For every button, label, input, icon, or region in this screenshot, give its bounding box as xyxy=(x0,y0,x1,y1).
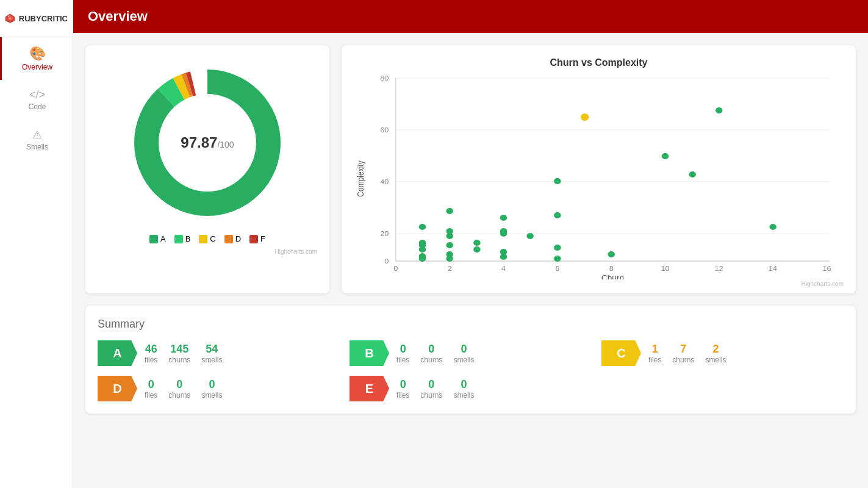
c-smells-value: 2 xyxy=(712,343,719,356)
a-smells-label: smells xyxy=(201,356,222,364)
svg-point-33 xyxy=(419,224,426,230)
b-smells-value: 0 xyxy=(461,343,467,356)
b-smells-label: smells xyxy=(453,356,474,364)
svg-point-59 xyxy=(662,153,669,159)
code-label: Code xyxy=(29,102,46,111)
legend-d: D xyxy=(224,234,241,243)
sidebar-item-code[interactable]: </> Code xyxy=(0,80,73,120)
svg-point-51 xyxy=(500,254,507,260)
scatter-card: Churn vs Complexity 80 60 xyxy=(342,45,856,293)
svg-text:16: 16 xyxy=(822,265,831,273)
a-churns-value: 145 xyxy=(170,343,188,356)
legend-b: B xyxy=(174,234,191,243)
c-smells-label: smells xyxy=(705,356,726,364)
a-files-label: files xyxy=(145,356,157,364)
scatter-credit: Highcharts.com xyxy=(354,281,844,287)
grade-badge-a: A xyxy=(98,340,137,366)
svg-point-45 xyxy=(473,240,480,246)
c-churns-value: 7 xyxy=(680,343,686,356)
d-smells-value: 0 xyxy=(209,378,215,391)
smells-label: Smells xyxy=(26,143,48,151)
b-files-label: files xyxy=(396,356,409,364)
e-churns-label: churns xyxy=(420,391,442,400)
c-churns-label: churns xyxy=(672,356,694,364)
e-files-label: files xyxy=(396,391,409,400)
scatter-title: Churn vs Complexity xyxy=(354,57,844,68)
svg-text:4: 4 xyxy=(501,265,506,273)
svg-text:0: 0 xyxy=(384,257,389,265)
scatter-chart: 80 60 40 20 0 0 2 4 6 8 10 12 14 xyxy=(354,72,844,279)
donut-card: 97.87/100 A B C D xyxy=(85,45,329,293)
sidebar-item-smells[interactable]: ⚠ Smells xyxy=(0,120,73,160)
svg-text:12: 12 xyxy=(715,265,723,273)
page-header: Overview xyxy=(73,0,868,33)
svg-point-49 xyxy=(500,231,507,237)
summary-item-d: D 0 files 0 churns 0 smells xyxy=(98,376,340,401)
svg-point-58 xyxy=(608,251,614,257)
overview-label: Overview xyxy=(22,63,52,71)
logo-area: RUBYCRITIC xyxy=(0,0,73,37)
e-smells-value: 0 xyxy=(461,378,467,391)
ruby-icon xyxy=(5,6,15,30)
summary-item-e: E 0 files 0 churns 0 smells xyxy=(350,376,592,401)
legend-f: F xyxy=(249,234,265,243)
grade-badge-c: C xyxy=(601,340,641,366)
svg-text:80: 80 xyxy=(380,74,389,82)
svg-point-60 xyxy=(689,171,695,178)
svg-point-52 xyxy=(526,233,533,239)
svg-point-38 xyxy=(419,256,426,262)
svg-point-53 xyxy=(554,178,561,184)
e-churns-value: 0 xyxy=(428,378,434,391)
svg-point-46 xyxy=(473,246,480,253)
grade-badge-d: D xyxy=(98,376,137,401)
svg-point-39 xyxy=(446,208,453,214)
e-smells-label: smells xyxy=(453,391,474,400)
svg-text:20: 20 xyxy=(380,230,389,238)
svg-text:Churn: Churn xyxy=(601,274,624,279)
overview-icon: 🎨 xyxy=(29,46,46,62)
summary-title: Summary xyxy=(98,318,844,331)
donut-label: 97.87/100 xyxy=(181,134,234,151)
svg-text:2: 2 xyxy=(448,265,452,273)
svg-text:14: 14 xyxy=(769,265,777,273)
summary-section: Summary A 46 files 145 churns xyxy=(85,306,856,414)
d-churns-label: churns xyxy=(168,391,190,400)
grade-badge-b: B xyxy=(350,340,389,366)
summary-item-c: C 1 files 7 churns 2 smells xyxy=(601,340,844,366)
a-churns-label: churns xyxy=(168,356,190,364)
sidebar-item-overview[interactable]: 🎨 Overview xyxy=(0,37,73,80)
svg-point-44 xyxy=(446,256,453,262)
svg-point-57 xyxy=(581,113,589,121)
svg-point-36 xyxy=(419,246,426,253)
svg-point-2 xyxy=(9,16,12,20)
b-files-value: 0 xyxy=(400,343,406,356)
e-files-value: 0 xyxy=(400,378,406,391)
svg-point-54 xyxy=(554,212,561,218)
svg-point-62 xyxy=(769,224,776,230)
b-churns-value: 0 xyxy=(428,343,434,356)
svg-text:10: 10 xyxy=(661,265,669,273)
code-icon: </> xyxy=(29,88,45,101)
svg-text:60: 60 xyxy=(380,126,389,134)
grade-badge-e: E xyxy=(350,376,389,401)
svg-point-56 xyxy=(554,256,561,262)
app-title: RUBYCRITIC xyxy=(19,14,68,23)
svg-point-3 xyxy=(8,15,10,17)
svg-text:6: 6 xyxy=(555,265,559,273)
c-files-value: 1 xyxy=(652,343,658,356)
svg-text:Complexity: Complexity xyxy=(356,160,365,197)
a-files-value: 46 xyxy=(145,343,157,356)
svg-point-42 xyxy=(446,242,453,248)
legend-a: A xyxy=(149,234,166,243)
a-smells-value: 54 xyxy=(206,343,218,356)
svg-point-61 xyxy=(716,107,722,113)
svg-text:0: 0 xyxy=(393,265,398,273)
c-files-label: files xyxy=(648,356,661,364)
summary-item-a: A 46 files 145 churns 54 smells xyxy=(98,340,340,366)
summary-item-b: B 0 files 0 churns 0 smells xyxy=(350,340,592,366)
svg-point-55 xyxy=(554,245,561,251)
d-churns-value: 0 xyxy=(176,378,182,391)
legend-c: C xyxy=(199,234,215,243)
smells-icon: ⚠ xyxy=(32,128,42,142)
svg-text:40: 40 xyxy=(380,178,389,186)
